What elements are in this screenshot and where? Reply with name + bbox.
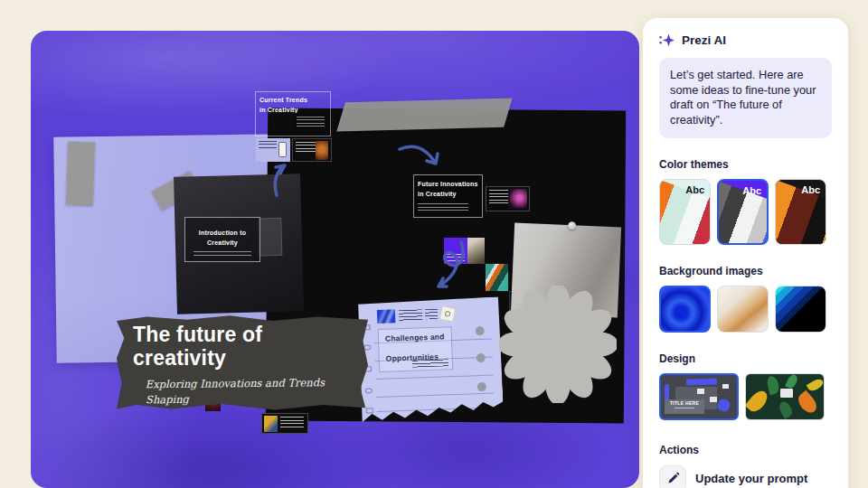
leaf-decor xyxy=(785,373,799,389)
text-placeholder xyxy=(193,251,251,258)
design-title-block: TITLE HERE xyxy=(665,399,704,414)
text-placeholder xyxy=(297,117,325,127)
update-prompt-button[interactable]: Update your prompt xyxy=(659,465,832,488)
subcard-social-media[interactable] xyxy=(256,138,290,162)
slide-text-block xyxy=(294,113,330,136)
color-theme-option-1[interactable]: Abc xyxy=(659,179,711,245)
margin-glyph xyxy=(366,408,373,413)
update-prompt-label: Update your prompt xyxy=(695,472,807,485)
slide-title: Future Innovations xyxy=(418,181,478,187)
slide-future-innovations[interactable]: Future Innovations in Creativity xyxy=(413,174,483,218)
design-title-text: TITLE HERE xyxy=(665,399,704,408)
slide-title: in Creativity xyxy=(418,191,457,197)
slide-title: Introduction to Creativity xyxy=(185,229,259,249)
slide-introduction[interactable]: Introduction to Creativity xyxy=(184,217,260,262)
notepad-title-box: Challenges and Opportunities xyxy=(378,326,454,372)
subcard-ai-art[interactable] xyxy=(486,186,530,211)
panel-title: Prezi AI xyxy=(682,33,726,47)
leaf-decor xyxy=(795,389,820,416)
tape-strip xyxy=(336,98,512,131)
design-decor xyxy=(722,384,729,389)
text-placeholder xyxy=(412,359,448,367)
design-decor xyxy=(697,389,704,394)
theme-sample-text: Abc xyxy=(742,185,761,196)
text-placeholder xyxy=(489,190,509,206)
design-option-1-selected[interactable]: TITLE HERE xyxy=(659,373,739,420)
background-image-row xyxy=(659,286,832,333)
section-label-background-images: Background images xyxy=(659,265,832,277)
ai-art-image xyxy=(508,189,527,209)
tape-strip xyxy=(66,141,95,205)
pin-icon xyxy=(568,221,576,230)
subcard-technology[interactable] xyxy=(292,138,332,162)
design-decor xyxy=(710,397,717,402)
subcard-importance[interactable] xyxy=(261,413,308,434)
text-placeholder xyxy=(418,203,468,211)
design-decor xyxy=(675,408,694,408)
design-option-2-leaves[interactable] xyxy=(745,373,825,420)
color-theme-option-2-selected[interactable]: Abc xyxy=(717,179,769,245)
color-theme-option-3[interactable]: Abc xyxy=(775,179,826,245)
prezi-ai-panel: Prezi AI Let’s get started. Here are som… xyxy=(643,18,848,488)
color-theme-row: Abc Abc Abc xyxy=(659,179,832,245)
flower-graphic xyxy=(499,286,617,403)
leaf-decor xyxy=(777,399,794,419)
background-option-dark-geometric[interactable] xyxy=(775,286,826,333)
presentation-canvas[interactable]: Current Trends in Creativity Future Inno… xyxy=(31,31,639,488)
hole-mark xyxy=(476,326,485,335)
ruled-line xyxy=(376,375,494,380)
stamp-image xyxy=(439,305,457,323)
pencil-icon xyxy=(659,465,686,488)
design-decor xyxy=(686,378,717,385)
ruled-line xyxy=(376,393,494,399)
text-placeholder xyxy=(399,309,422,322)
blue-pattern-image xyxy=(377,309,396,324)
slide-current-trends[interactable]: Current Trends in Creativity xyxy=(255,91,331,136)
phone-image xyxy=(278,142,287,157)
notepad-title: Challenges and xyxy=(385,332,445,343)
photo-detail xyxy=(258,218,282,257)
leaf-decor xyxy=(807,377,825,393)
text-placeholder xyxy=(447,254,465,261)
theme-sample-text: Abc xyxy=(685,184,704,195)
margin-glyph xyxy=(365,388,373,393)
page: { "app": { "name": "Prezi AI" }, "assist… xyxy=(0,0,868,488)
hole-mark xyxy=(476,353,486,362)
background-option-light-abstract[interactable] xyxy=(717,286,769,333)
slide-title: Current Trends xyxy=(259,97,307,103)
assistant-message: Let’s get started. Here are some ideas t… xyxy=(659,58,832,138)
section-label-color-themes: Color themes xyxy=(659,158,832,171)
slide-title: in Creativity xyxy=(259,107,298,113)
cover-title: The future of xyxy=(133,323,262,346)
theme-sample-text: Abc xyxy=(801,184,820,195)
text-placeholder xyxy=(280,417,304,429)
background-option-blue-flower-selected[interactable] xyxy=(659,286,711,333)
panel-header: Prezi AI xyxy=(659,33,832,47)
food-image xyxy=(316,141,328,160)
cover-title: creativity xyxy=(133,346,226,370)
photo-thumb xyxy=(264,416,278,432)
text-placeholder xyxy=(296,142,316,155)
sparkle-icon xyxy=(659,33,675,48)
hole-mark xyxy=(477,382,486,391)
leaf-decor xyxy=(766,374,781,394)
design-decor xyxy=(716,398,731,413)
section-label-design: Design xyxy=(659,352,832,365)
text-placeholder xyxy=(425,309,438,319)
margin-glyph xyxy=(363,344,371,350)
text-placeholder xyxy=(259,141,277,150)
cover-subtitle: Exploring Innovations and Trends Shaping xyxy=(146,376,325,406)
design-decor xyxy=(780,389,793,398)
photo-thumb xyxy=(467,238,485,264)
flower-shape[interactable] xyxy=(499,286,617,403)
section-label-actions: Actions xyxy=(659,444,832,456)
cover-title-block[interactable]: The future of creativity Exploring Innov… xyxy=(117,313,368,414)
slide-current-trends-subcards[interactable] xyxy=(256,138,332,162)
design-row: TITLE HERE xyxy=(659,373,832,420)
subcard-creative-industries[interactable] xyxy=(444,238,485,264)
leaf-decor xyxy=(745,387,770,414)
